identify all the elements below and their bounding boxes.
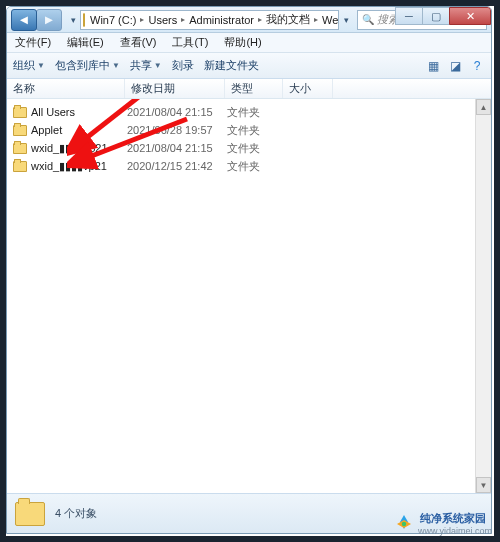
breadcrumb-segment[interactable]: Administrator — [186, 14, 257, 26]
file-name: wxid_▮▮▮▮2821 — [31, 142, 127, 155]
file-type: 文件夹 — [227, 159, 285, 174]
column-header-type[interactable]: 类型 — [225, 79, 283, 98]
watermark-url: www.yidaimei.com — [418, 526, 492, 536]
folder-icon — [15, 502, 45, 526]
preview-pane-icon[interactable]: ◪ — [447, 58, 463, 74]
folder-icon — [13, 143, 27, 154]
watermark: 纯净系统家园 www.yidaimei.com — [394, 511, 492, 536]
menubar: 文件(F) 编辑(E) 查看(V) 工具(T) 帮助(H) — [7, 33, 491, 53]
list-item[interactable]: wxid_▮▮▮▮2821 2021/08/04 21:15 文件夹 — [7, 139, 491, 157]
file-list[interactable]: All Users 2021/08/04 21:15 文件夹 Applet 20… — [7, 99, 491, 493]
file-name: wxid_▮▮▮▮vp21 — [31, 160, 127, 173]
close-button[interactable]: ✕ — [449, 7, 491, 25]
address-bar[interactable]: Win7 (C:)▸ Users▸ Administrator▸ 我的文档▸ W… — [80, 10, 339, 30]
column-header-name[interactable]: 名称 — [7, 79, 125, 98]
column-header-size[interactable]: 大小 — [283, 79, 333, 98]
toolbar-include[interactable]: 包含到库中▼ — [55, 58, 120, 73]
view-options-icon[interactable]: ▦ — [425, 58, 441, 74]
folder-icon — [13, 161, 27, 172]
chevron-down-icon: ▼ — [154, 61, 162, 70]
list-item[interactable]: Applet 2021/06/28 19:57 文件夹 — [7, 121, 491, 139]
address-dropdown[interactable]: ▾ — [339, 15, 353, 25]
list-item[interactable]: All Users 2021/08/04 21:15 文件夹 — [7, 103, 491, 121]
vertical-scrollbar[interactable]: ▲ ▼ — [475, 99, 491, 493]
breadcrumb-segment[interactable]: Win7 (C:) — [87, 14, 139, 26]
watermark-logo-icon — [394, 514, 414, 534]
breadcrumb-segment[interactable]: Users — [145, 14, 180, 26]
chevron-down-icon: ▼ — [37, 61, 45, 70]
status-text: 4 个对象 — [55, 506, 97, 521]
file-date: 2021/08/04 21:15 — [127, 142, 227, 154]
folder-icon — [83, 13, 85, 27]
maximize-button[interactable]: ▢ — [422, 7, 450, 25]
svg-point-2 — [402, 521, 406, 525]
file-name: Applet — [31, 124, 127, 136]
menu-tools[interactable]: 工具(T) — [168, 33, 212, 52]
window-controls: ─ ▢ ✕ — [396, 7, 491, 25]
nav-back-button[interactable]: ◄ — [11, 9, 37, 31]
breadcrumb-segment[interactable]: WeChat Files — [319, 14, 339, 26]
menu-view[interactable]: 查看(V) — [116, 33, 161, 52]
folder-icon — [13, 107, 27, 118]
menu-help[interactable]: 帮助(H) — [220, 33, 265, 52]
file-date: 2021/06/28 19:57 — [127, 124, 227, 136]
toolbar-organize[interactable]: 组织▼ — [13, 58, 45, 73]
search-icon: 🔍 — [362, 14, 374, 25]
folder-icon — [13, 125, 27, 136]
column-header-date[interactable]: 修改日期 — [125, 79, 225, 98]
menu-edit[interactable]: 编辑(E) — [63, 33, 108, 52]
minimize-button[interactable]: ─ — [395, 7, 423, 25]
file-type: 文件夹 — [227, 141, 285, 156]
nav-forward-button[interactable]: ► — [36, 9, 62, 31]
scroll-down-button[interactable]: ▼ — [476, 477, 491, 493]
file-type: 文件夹 — [227, 105, 285, 120]
toolbar-burn[interactable]: 刻录 — [172, 58, 194, 73]
column-headers: 名称 修改日期 类型 大小 — [7, 79, 491, 99]
list-item[interactable]: wxid_▮▮▮▮vp21 2020/12/15 21:42 文件夹 — [7, 157, 491, 175]
file-date: 2020/12/15 21:42 — [127, 160, 227, 172]
breadcrumb-segment[interactable]: 我的文档 — [263, 12, 313, 27]
toolbar: 组织▼ 包含到库中▼ 共享▼ 刻录 新建文件夹 ▦ ◪ ? — [7, 53, 491, 79]
chevron-down-icon: ▼ — [112, 61, 120, 70]
file-date: 2021/08/04 21:15 — [127, 106, 227, 118]
watermark-title: 纯净系统家园 — [420, 511, 492, 526]
file-type: 文件夹 — [227, 123, 285, 138]
menu-file[interactable]: 文件(F) — [11, 33, 55, 52]
explorer-window: ─ ▢ ✕ ◄ ► ▾ Win7 (C:)▸ Users▸ Administra… — [6, 6, 492, 534]
help-icon[interactable]: ? — [469, 58, 485, 74]
file-name: All Users — [31, 106, 127, 118]
toolbar-new-folder[interactable]: 新建文件夹 — [204, 58, 259, 73]
scroll-up-button[interactable]: ▲ — [476, 99, 491, 115]
toolbar-share[interactable]: 共享▼ — [130, 58, 162, 73]
nav-history-dropdown[interactable]: ▾ — [66, 15, 80, 25]
